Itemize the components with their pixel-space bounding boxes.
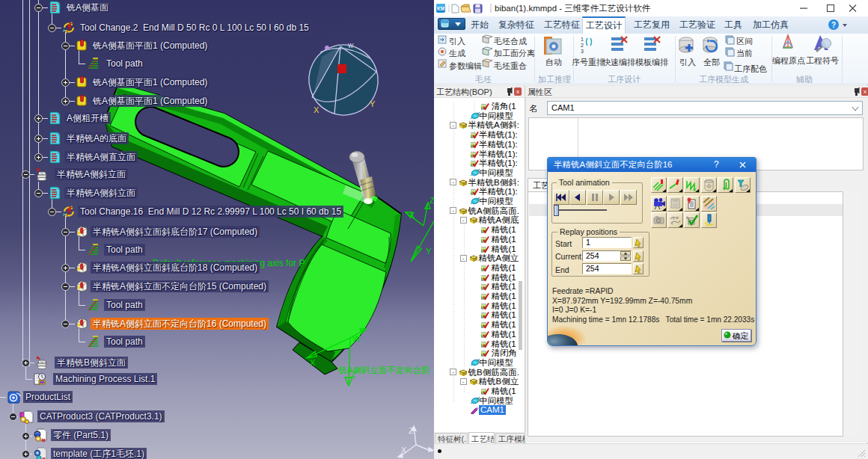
svg-text:KM: KM — [437, 6, 444, 11]
svg-text:Z: Z — [409, 426, 414, 435]
svg-text:3: 3 — [581, 49, 584, 54]
svg-text:W: W — [352, 334, 361, 343]
svg-text:w: w — [347, 41, 354, 49]
svg-text:Y: Y — [426, 247, 432, 256]
svg-text:Y: Y — [370, 99, 376, 108]
svg-text:biban(1).kmmpd - 三维零件工艺设计软件: biban(1).kmmpd - 三维零件工艺设计软件 — [495, 4, 651, 13]
svg-text:?: ? — [831, 21, 836, 29]
svg-text:X: X — [401, 446, 407, 455]
svg-text:X: X — [409, 211, 415, 220]
svg-text:X: X — [314, 105, 320, 114]
svg-text:X: X — [310, 358, 316, 367]
svg-text:2: 2 — [581, 43, 584, 48]
svg-text:1: 1 — [581, 37, 584, 42]
svg-text:Z: Z — [430, 196, 434, 205]
svg-text:铣A侧斜立面不定向台阶、铣: 铣A侧斜立面不定向台阶、铣 — [337, 366, 434, 375]
